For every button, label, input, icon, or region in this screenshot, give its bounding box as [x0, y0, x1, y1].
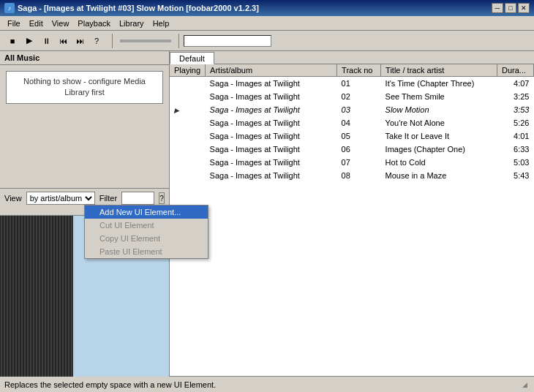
- col-header-playing[interactable]: Playing: [170, 64, 206, 77]
- right-panel: Default Playing Artist/album Track no Ti…: [170, 51, 534, 376]
- table-row[interactable]: Saga - Images at Twilight 01 It's Time (…: [170, 77, 534, 90]
- filter-label: Filter: [99, 194, 117, 203]
- cell-playing: [170, 169, 206, 182]
- table-row[interactable]: Saga - Images at Twilight 05 Take It or …: [170, 129, 534, 143]
- cell-playing: [170, 77, 206, 90]
- title-bar-left: ♪ Saga - [Images at Twilight #03] Slow M…: [4, 3, 259, 13]
- cell-title: It's Time (Chapter Three): [381, 77, 497, 90]
- table-row[interactable]: Saga - Images at Twilight 06 Images (Cha…: [170, 143, 534, 156]
- minimize-button[interactable]: ─: [492, 3, 503, 13]
- cell-artist: Saga - Images at Twilight: [206, 116, 337, 129]
- toolbar: ■ ▶ ⏸ ⏮ ⏭ ?: [0, 31, 534, 51]
- maximize-button[interactable]: □: [505, 3, 516, 13]
- status-bar: Replaces the selected empty space with a…: [0, 376, 534, 392]
- main-container: All Music Nothing to show - configure Me…: [0, 51, 534, 376]
- cell-playing: [170, 143, 206, 156]
- cell-artist: Saga - Images at Twilight: [206, 90, 337, 103]
- pause-button[interactable]: ⏸: [38, 33, 54, 49]
- window-title: Saga - [Images at Twilight #03] Slow Mot…: [18, 4, 259, 12]
- cell-playing: [170, 90, 206, 103]
- context-menu-add-ui[interactable]: Add New UI Element...: [85, 206, 208, 219]
- cell-track: 08: [337, 169, 381, 182]
- toolbar-separator-2: [178, 34, 179, 48]
- cell-artist: Saga - Images at Twilight: [206, 103, 337, 116]
- cell-track: 02: [337, 90, 381, 103]
- table-row[interactable]: Saga - Images at Twilight 07 Hot to Cold…: [170, 156, 534, 169]
- context-menu-cut-ui: Cut UI Element: [85, 219, 208, 232]
- transport-controls: ■ ▶ ⏸ ⏮ ⏭ ?: [4, 33, 105, 49]
- cell-playing: [170, 129, 206, 143]
- album-art-dark: [0, 216, 73, 377]
- menu-help[interactable]: Help: [148, 18, 174, 29]
- col-header-artist[interactable]: Artist/album: [206, 64, 337, 77]
- table-row[interactable]: Saga - Images at Twilight 04 You're Not …: [170, 116, 534, 129]
- cell-duration: 6:33: [497, 143, 534, 156]
- cell-track: 01: [337, 77, 381, 90]
- play-button[interactable]: ▶: [21, 33, 37, 49]
- view-select[interactable]: by artist/album by album by artist by fo…: [26, 192, 95, 205]
- cell-playing: ▶: [170, 103, 206, 116]
- cell-title: Take It or Leave It: [381, 129, 497, 143]
- table-row[interactable]: Saga - Images at Twilight 08 Mouse in a …: [170, 169, 534, 182]
- cell-playing: [170, 116, 206, 129]
- view-label: View: [4, 194, 22, 203]
- cell-duration: 5:26: [497, 116, 534, 129]
- stop-button[interactable]: ■: [4, 33, 20, 49]
- cell-title: Hot to Cold: [381, 156, 497, 169]
- app-icon: ♪: [4, 3, 15, 13]
- progress-bar[interactable]: [184, 35, 271, 47]
- table-row[interactable]: Saga - Images at Twilight 02 See Them Sm…: [170, 90, 534, 103]
- cell-artist: Saga - Images at Twilight: [206, 77, 337, 90]
- cell-artist: Saga - Images at Twilight: [206, 156, 337, 169]
- toolbar-separator-1: [112, 34, 113, 48]
- cell-duration: 5:03: [497, 156, 534, 169]
- title-bar: ♪ Saga - [Images at Twilight #03] Slow M…: [0, 0, 534, 16]
- cell-title: You're Not Alone: [381, 116, 497, 129]
- playlist-header: Playing Artist/album Track no Title / tr…: [170, 64, 534, 77]
- tab-bar: Default: [170, 51, 534, 64]
- cell-track: 04: [337, 116, 381, 129]
- tab-default[interactable]: Default: [170, 52, 214, 64]
- context-menu-paste-ui: Paste UI Element: [85, 245, 208, 258]
- status-text: Replaces the selected empty space with a…: [4, 380, 519, 389]
- playlist-container[interactable]: Playing Artist/album Track no Title / tr…: [170, 64, 534, 376]
- cell-duration: 5:43: [497, 169, 534, 182]
- filter-help-button[interactable]: ?: [159, 192, 165, 204]
- menu-edit[interactable]: Edit: [25, 18, 48, 29]
- next-button[interactable]: ⏭: [72, 33, 88, 49]
- col-header-track[interactable]: Track no: [337, 64, 381, 77]
- left-panel-header: All Music: [0, 51, 169, 65]
- menu-file[interactable]: File: [3, 18, 25, 29]
- cell-title: Images (Chapter One): [381, 143, 497, 156]
- table-row[interactable]: ▶ Saga - Images at Twilight 03 Slow Moti…: [170, 103, 534, 116]
- context-menu-copy-ui: Copy UI Element: [85, 232, 208, 245]
- cell-artist: Saga - Images at Twilight: [206, 143, 337, 156]
- menu-bar: File Edit View Playback Library Help: [0, 16, 534, 31]
- nothing-to-show-box: Nothing to show - configure Media Librar…: [6, 71, 163, 104]
- filter-input[interactable]: [121, 192, 154, 205]
- left-panel: All Music Nothing to show - configure Me…: [0, 51, 170, 376]
- cell-duration: 3:53: [497, 103, 534, 116]
- cell-track: 07: [337, 156, 381, 169]
- cell-title: See Them Smile: [381, 90, 497, 103]
- cell-title: Mouse in a Maze: [381, 169, 497, 182]
- cell-artist: Saga - Images at Twilight: [206, 129, 337, 143]
- prev-button[interactable]: ⏮: [55, 33, 71, 49]
- cell-duration: 4:01: [497, 129, 534, 143]
- col-header-title[interactable]: Title / track artist: [381, 64, 497, 77]
- random-button[interactable]: ?: [89, 33, 105, 49]
- menu-playback[interactable]: Playback: [73, 18, 115, 29]
- cell-track: 06: [337, 143, 381, 156]
- playlist-table: Playing Artist/album Track no Title / tr…: [170, 64, 534, 182]
- cell-title: Slow Motion: [381, 103, 497, 116]
- menu-library[interactable]: Library: [115, 18, 148, 29]
- cell-track: 03: [337, 103, 381, 116]
- close-button[interactable]: ✕: [518, 3, 530, 13]
- cell-artist: Saga - Images at Twilight: [206, 169, 337, 182]
- nothing-to-show-text: Nothing to show - configure Media Librar…: [23, 77, 146, 97]
- volume-slider[interactable]: [120, 39, 171, 42]
- cell-duration: 3:25: [497, 90, 534, 103]
- col-header-duration[interactable]: Dura...: [497, 64, 534, 77]
- menu-view[interactable]: View: [48, 18, 74, 29]
- resize-grip[interactable]: ◢: [519, 380, 530, 390]
